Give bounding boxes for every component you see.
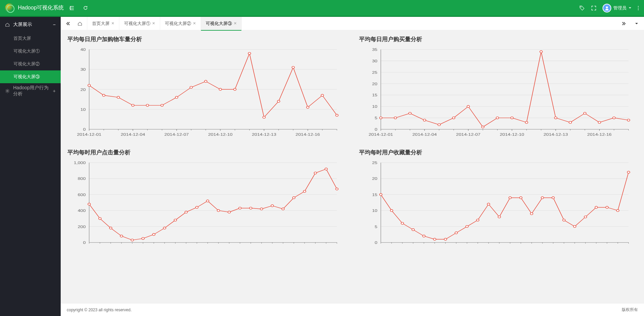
svg-point-65 <box>335 114 338 116</box>
svg-point-119 <box>452 117 455 119</box>
svg-text:35: 35 <box>372 47 377 52</box>
svg-point-53 <box>161 104 164 106</box>
svg-text:20: 20 <box>372 82 377 86</box>
svg-point-49 <box>103 94 105 96</box>
svg-point-245 <box>520 197 522 199</box>
svg-point-246 <box>530 213 533 215</box>
tabs-prev-icon[interactable] <box>63 21 73 26</box>
chart-title: 平均每日用户加购物车量分析 <box>67 35 346 43</box>
fullscreen-icon[interactable] <box>591 5 596 11</box>
user-menu[interactable]: 管理员 <box>603 4 632 12</box>
app-title: Hadoop可视化系统 <box>18 4 64 11</box>
menu-toggle-icon[interactable] <box>69 5 75 11</box>
svg-point-114 <box>380 117 382 119</box>
svg-point-116 <box>409 112 411 114</box>
svg-point-178 <box>174 219 177 221</box>
svg-text:2014-12-07: 2014-12-07 <box>456 132 480 137</box>
svg-point-242 <box>487 203 490 205</box>
svg-point-4 <box>638 9 639 10</box>
svg-point-58 <box>234 88 236 90</box>
svg-point-54 <box>175 96 178 98</box>
svg-point-117 <box>423 119 426 121</box>
tag-icon[interactable] <box>579 5 585 11</box>
chart-2: 平均每时用户点击量分析02004006008001,000 <box>61 144 352 257</box>
close-icon[interactable]: ✕ <box>111 21 114 26</box>
svg-point-115 <box>394 117 397 119</box>
chart-canvas[interactable]: 02004006008001,000 <box>67 159 346 253</box>
tab-viz3[interactable]: 可视化大屏③ ✕ <box>201 17 242 30</box>
svg-point-238 <box>444 238 447 240</box>
more-icon[interactable] <box>638 5 639 11</box>
svg-point-2 <box>638 6 639 6</box>
svg-point-252 <box>595 206 598 208</box>
chart-canvas[interactable]: 0102030402014-12-012014-12-042014-12-072… <box>67 46 346 140</box>
close-icon[interactable]: ✕ <box>152 21 155 26</box>
refresh-icon[interactable] <box>83 5 88 10</box>
svg-point-176 <box>152 233 155 235</box>
svg-point-124 <box>525 121 528 123</box>
svg-point-247 <box>541 197 544 199</box>
sidebar-item-viz2[interactable]: 可视化大屏② <box>0 58 61 70</box>
chart-canvas[interactable]: 051015202530352014-12-012014-12-042014-1… <box>359 46 637 140</box>
svg-point-56 <box>204 80 207 82</box>
sidebar-section-dashboard[interactable]: 大屏展示 − <box>0 17 61 32</box>
chart-title: 平均每日用户购买量分析 <box>359 35 637 43</box>
tabs-menu-icon[interactable] <box>632 22 641 25</box>
chart-canvas[interactable]: 0510152025 <box>359 159 637 253</box>
expand-icon: + <box>53 88 56 94</box>
svg-point-182 <box>217 210 220 212</box>
svg-point-180 <box>196 206 198 208</box>
close-icon[interactable]: ✕ <box>234 21 237 26</box>
svg-point-240 <box>466 225 468 227</box>
svg-point-55 <box>190 86 193 88</box>
svg-point-121 <box>481 126 484 128</box>
svg-point-239 <box>455 232 458 234</box>
svg-point-57 <box>219 88 222 90</box>
tabs-next-icon[interactable] <box>619 21 628 26</box>
svg-point-59 <box>248 52 251 54</box>
svg-point-131 <box>627 119 630 121</box>
svg-point-64 <box>321 94 324 96</box>
svg-point-174 <box>131 239 134 241</box>
svg-point-125 <box>540 51 543 53</box>
svg-text:400: 400 <box>78 208 86 213</box>
svg-text:20: 20 <box>372 177 377 181</box>
svg-text:200: 200 <box>78 224 86 229</box>
svg-point-232 <box>380 193 382 195</box>
svg-point-51 <box>131 104 134 106</box>
close-icon[interactable]: ✕ <box>193 21 196 26</box>
svg-point-184 <box>239 207 241 209</box>
svg-text:30: 30 <box>372 59 377 63</box>
svg-point-234 <box>401 222 404 224</box>
svg-text:800: 800 <box>78 177 86 181</box>
svg-text:600: 600 <box>78 192 86 197</box>
sidebar-item-viz3[interactable]: 可视化大屏③ <box>0 70 61 83</box>
svg-point-185 <box>250 207 252 209</box>
tab-viz2[interactable]: 可视化大屏② ✕ <box>160 17 201 30</box>
sidebar-section-hadoop[interactable]: Hadoop用户行为分析 + <box>0 83 61 98</box>
svg-text:2014-12-10: 2014-12-10 <box>500 132 524 137</box>
svg-text:2014-12-04: 2014-12-04 <box>412 132 437 137</box>
svg-point-60 <box>263 116 265 118</box>
svg-text:2014-12-13: 2014-12-13 <box>252 132 276 137</box>
svg-point-179 <box>185 211 187 213</box>
avatar-icon <box>603 4 611 12</box>
svg-point-190 <box>303 190 306 192</box>
svg-point-120 <box>467 105 470 107</box>
svg-text:20: 20 <box>80 87 86 92</box>
svg-point-170 <box>88 203 91 205</box>
svg-text:0: 0 <box>375 240 377 245</box>
home-icon <box>78 21 82 26</box>
tab-viz1[interactable]: 可视化大屏① ✕ <box>119 17 160 30</box>
svg-point-127 <box>569 121 572 123</box>
chart-0: 平均每日用户加购物车量分析0102030402014-12-012014-12-… <box>61 30 352 144</box>
svg-text:10: 10 <box>372 208 377 213</box>
home-outline-icon <box>5 22 10 27</box>
svg-point-177 <box>163 227 166 229</box>
svg-point-122 <box>496 117 499 119</box>
sidebar-item-viz1[interactable]: 可视化大屏① <box>0 45 61 58</box>
tab-home-icon[interactable] <box>73 17 87 30</box>
tab-homepage[interactable]: 首页大屏 ✕ <box>87 17 119 30</box>
svg-text:25: 25 <box>372 70 377 75</box>
sidebar-item-home[interactable]: 首页大屏 <box>0 32 61 45</box>
